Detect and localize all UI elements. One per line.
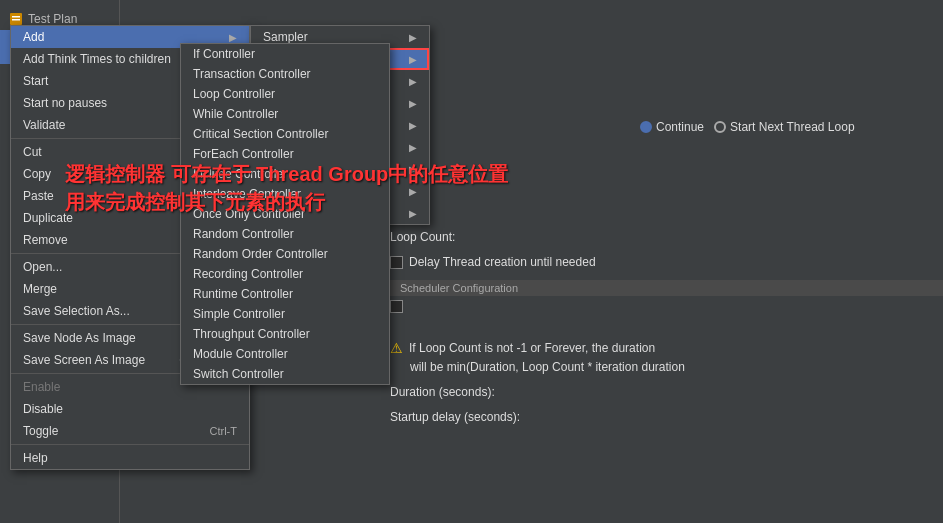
logic-submenu-item-module-controller[interactable]: Module Controller bbox=[181, 344, 389, 364]
logic-submenu-item-while-controller[interactable]: While Controller bbox=[181, 104, 389, 124]
add-submenu-arrow: ▶ bbox=[409, 142, 417, 153]
menu-item-label: Disable bbox=[23, 402, 63, 416]
logic-submenu-item-if-controller[interactable]: If Controller bbox=[181, 44, 389, 64]
menu-item-shortcut: Ctrl-T bbox=[210, 425, 238, 437]
radio-continue-label: Continue bbox=[656, 120, 704, 134]
logic-submenu-item-throughput-controller[interactable]: Throughput Controller bbox=[181, 324, 389, 344]
add-submenu-arrow: ▶ bbox=[409, 76, 417, 87]
logic-submenu-item-transaction-controller[interactable]: Transaction Controller bbox=[181, 64, 389, 84]
scheduler-section: Scheduler Configuration bbox=[390, 280, 943, 296]
if-loop-note: will be min(Duration, Loop Count * itera… bbox=[410, 360, 685, 374]
testplan-label: Test Plan bbox=[28, 12, 77, 26]
radio-start-next-label: Start Next Thread Loop bbox=[730, 120, 855, 134]
menu-item-arrow: ▶ bbox=[229, 32, 237, 43]
add-submenu-label: Sampler bbox=[263, 30, 308, 44]
menu-item-label: Merge bbox=[23, 282, 57, 296]
radio-continue-circle bbox=[640, 121, 652, 133]
delay-row: Delay Thread creation until needed bbox=[390, 255, 596, 269]
scheduler-checkbox-row bbox=[390, 300, 403, 313]
logic-submenu-item-random-order-controller[interactable]: Random Order Controller bbox=[181, 244, 389, 264]
svg-rect-2 bbox=[12, 19, 20, 21]
overlay-line1: 逻辑控制器 可存在于 Thread Group中的任意位置 bbox=[65, 160, 508, 188]
if-loop-label: If Loop Count is not -1 or Forever, the … bbox=[409, 341, 655, 355]
menu-separator bbox=[11, 444, 249, 445]
context-menu-item-disable[interactable]: Disable bbox=[11, 398, 249, 420]
delay-label: Delay Thread creation until needed bbox=[409, 255, 596, 269]
if-loop-note-text: will be min(Duration, Loop Count * itera… bbox=[410, 360, 685, 374]
menu-item-label: Start bbox=[23, 74, 48, 88]
menu-item-label: Save Selection As... bbox=[23, 304, 130, 318]
radio-start-next-circle bbox=[714, 121, 726, 133]
menu-item-label: Remove bbox=[23, 233, 68, 247]
menu-item-label: Add Think Times to children bbox=[23, 52, 171, 66]
warning-icon: ⚠ bbox=[390, 340, 403, 356]
logic-submenu-item-runtime-controller[interactable]: Runtime Controller bbox=[181, 284, 389, 304]
loop-count-row: Loop Count: bbox=[390, 230, 455, 244]
radio-continue[interactable]: Continue bbox=[640, 120, 704, 134]
logic-submenu-item-random-controller[interactable]: Random Controller bbox=[181, 224, 389, 244]
logic-submenu-label: ForEach Controller bbox=[193, 147, 294, 161]
startup-delay-row: Startup delay (seconds): bbox=[390, 410, 520, 424]
add-submenu-arrow: ▶ bbox=[409, 54, 417, 65]
logic-submenu-item-recording-controller[interactable]: Recording Controller bbox=[181, 264, 389, 284]
logic-submenu-label: Switch Controller bbox=[193, 367, 284, 381]
overlay-line2: 用来完成控制其下元素的执行 bbox=[65, 188, 508, 216]
logic-submenu-item-critical-section-controller[interactable]: Critical Section Controller bbox=[181, 124, 389, 144]
menu-item-label: Help bbox=[23, 451, 48, 465]
logic-submenu-label: Simple Controller bbox=[193, 307, 285, 321]
logic-submenu-label: While Controller bbox=[193, 107, 278, 121]
logic-submenu-item-switch-controller[interactable]: Switch Controller bbox=[181, 364, 389, 384]
logic-submenu-label: Random Controller bbox=[193, 227, 294, 241]
menu-item-label: Open... bbox=[23, 260, 62, 274]
menu-item-label: Enable bbox=[23, 380, 60, 394]
scheduler-checkbox[interactable] bbox=[390, 300, 403, 313]
duration-row: Duration (seconds): bbox=[390, 385, 495, 399]
logic-submenu-label: Runtime Controller bbox=[193, 287, 293, 301]
logic-submenu-item-simple-controller[interactable]: Simple Controller bbox=[181, 304, 389, 324]
add-submenu-arrow: ▶ bbox=[409, 32, 417, 43]
logic-submenu-label: Recording Controller bbox=[193, 267, 303, 281]
logic-submenu-label: If Controller bbox=[193, 47, 255, 61]
logic-submenu-label: Loop Controller bbox=[193, 87, 275, 101]
menu-item-label: Save Node As Image bbox=[23, 331, 136, 345]
logic-submenu-item-loop-controller[interactable]: Loop Controller bbox=[181, 84, 389, 104]
startup-delay-label: Startup delay (seconds): bbox=[390, 410, 520, 424]
overlay-text: 逻辑控制器 可存在于 Thread Group中的任意位置 用来完成控制其下元素… bbox=[65, 160, 508, 216]
logic-submenu-label: Random Order Controller bbox=[193, 247, 328, 261]
menu-item-label: Validate bbox=[23, 118, 65, 132]
logic-submenu-label: Transaction Controller bbox=[193, 67, 311, 81]
menu-item-label: Cut bbox=[23, 145, 42, 159]
logic-submenu-label: Module Controller bbox=[193, 347, 288, 361]
menu-item-label: Save Screen As Image bbox=[23, 353, 145, 367]
svg-rect-1 bbox=[12, 16, 20, 18]
duration-label: Duration (seconds): bbox=[390, 385, 495, 399]
add-submenu-arrow: ▶ bbox=[409, 98, 417, 109]
loop-count-label: Loop Count: bbox=[390, 230, 455, 244]
menu-item-label: Start no pauses bbox=[23, 96, 107, 110]
context-menu-item-help[interactable]: Help bbox=[11, 447, 249, 469]
delay-checkbox[interactable] bbox=[390, 256, 403, 269]
logic-submenu-label: Critical Section Controller bbox=[193, 127, 328, 141]
radio-start-next[interactable]: Start Next Thread Loop bbox=[714, 120, 855, 134]
menu-item-label: Toggle bbox=[23, 424, 58, 438]
add-submenu-arrow: ▶ bbox=[409, 120, 417, 131]
warning-row: ⚠ If Loop Count is not -1 or Forever, th… bbox=[390, 340, 655, 356]
scheduler-label: Scheduler Configuration bbox=[400, 282, 518, 294]
logic-submenu-label: Throughput Controller bbox=[193, 327, 310, 341]
menu-item-label: Add bbox=[23, 30, 44, 44]
radio-area: Continue Start Next Thread Loop bbox=[640, 120, 855, 134]
menu-item-label: Paste bbox=[23, 189, 54, 203]
menu-item-label: Copy bbox=[23, 167, 51, 181]
context-menu-item-toggle[interactable]: ToggleCtrl-T bbox=[11, 420, 249, 442]
